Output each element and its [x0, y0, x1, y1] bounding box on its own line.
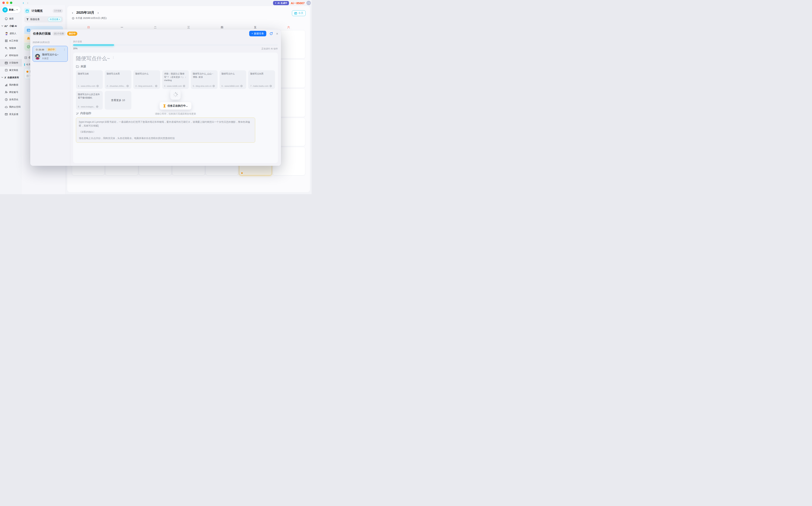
sidebar-group-whale-ai[interactable]: Ai 小鲸 AI	[0, 22, 22, 30]
sidebar-item-recommend[interactable]: 推荐	[0, 15, 22, 22]
topbar-right: Ai 生成中 Ai 85007 小S	[273, 1, 311, 5]
source-card[interactable]: 随便写点什么反正老外看不懂#跳楼机 8 - www.instagra...	[76, 91, 103, 110]
credits-badge[interactable]: Ai 85007	[291, 1, 305, 5]
progress-fill	[73, 44, 114, 46]
globe-icon	[96, 85, 99, 87]
back-icon[interactable]: ‹	[23, 1, 24, 5]
refresh-button[interactable]	[270, 32, 273, 35]
task-count-badge: 1个任务	[53, 9, 63, 13]
modal-title: 任务执行面板	[33, 32, 51, 35]
sidebar-item-plan-create[interactable]: 计划创作	[0, 59, 22, 67]
globe-icon	[155, 85, 157, 87]
weekday-thu: 四	[205, 26, 239, 29]
panel-title: 计划概览	[31, 9, 51, 13]
author-avatar	[34, 54, 41, 60]
sidebar-item-label: 我的数据	[9, 83, 18, 86]
task-time: 23:30	[39, 49, 44, 51]
progress-status: 正在进行 AI 创作	[261, 47, 278, 50]
new-create-button[interactable]: + 新建... ▾	[2, 6, 20, 13]
window-minimize-button[interactable]	[6, 2, 9, 4]
task-card-selected[interactable]: 23:30 执行中 ⋮ 随便写点什么~ 刘雅雯	[32, 46, 68, 62]
close-button[interactable]: ×	[276, 32, 278, 35]
ai-logo-text: Ai	[278, 2, 280, 4]
sidebar-item-label: 发布历史	[9, 98, 18, 101]
status-dot	[26, 71, 28, 73]
source-card[interactable]: 随便写点什么 6 - www.bilibili.com	[220, 70, 246, 89]
chevron-down-icon	[1, 25, 3, 27]
filter-label: 筛选任务	[30, 18, 46, 21]
source-card[interactable]: 求助：我该怎么“随便写”？（还有更多！）：r/writing 4 - www.r…	[162, 70, 189, 89]
weekday-header: 日 一 二 三 四 五 六	[72, 26, 305, 29]
sidebar-item-my-data[interactable]: 我的数据	[0, 81, 22, 89]
info-icon	[72, 17, 74, 19]
more-vertical-icon[interactable]: ⋮	[63, 48, 66, 51]
view-more-sources-button[interactable]: 查看更多 10	[105, 91, 132, 110]
clock-icon	[26, 75, 28, 77]
sidebar-item-agents[interactable]: 智能体	[0, 45, 22, 52]
clock-icon	[5, 98, 8, 101]
ai-sparkle-icon	[294, 2, 296, 4]
today-filter-select[interactable]: 今日任务 ▾	[48, 17, 62, 22]
recommend-icon	[5, 17, 8, 20]
more-vertical-icon[interactable]: ⋮	[112, 56, 115, 59]
content-line: 《深夜的独白》	[79, 130, 252, 134]
sidebar-group-label: 自媒体发布	[8, 76, 19, 79]
weekday-tue: 二	[139, 26, 172, 29]
app-window: ‹ › Ai 生成中 Ai 85007 小S + 新建... ▾	[0, 0, 312, 194]
sources-section-header: 来源	[76, 65, 275, 68]
sidebar-item-label: 智能体	[9, 47, 16, 50]
progress-percent: 20%	[73, 47, 77, 50]
sidebar-item-cloud-space[interactable]: 我的云空间	[0, 103, 22, 111]
task-time-pill: 23:30	[34, 48, 45, 51]
sidebar-item-instant-create[interactable]: 即时创作	[0, 52, 22, 59]
prev-month-icon[interactable]: ‹	[72, 11, 73, 14]
globe-icon	[183, 85, 185, 87]
content-line: [type:image,id:1,prompt:深夜书桌前，一盏温暖的台灯照亮了…	[79, 120, 252, 128]
sidebar-item-virtual-human[interactable]: 虚拟人	[0, 30, 22, 37]
source-card[interactable]: 随便写点什么_山山－博客- 新浪 5 - blog.sina.com.cn	[191, 70, 218, 89]
sidebar-item-hot-article[interactable]: 爆文制造	[0, 67, 22, 74]
plus-icon: +	[251, 32, 253, 35]
filter-value: 今日任务	[50, 18, 58, 21]
window-maximize-button[interactable]	[10, 2, 12, 4]
modal-header: 任务执行面板 共1个任务 执行中 + 新建任务 ×	[30, 29, 281, 38]
sidebar-item-label: 我的云空间	[9, 105, 21, 108]
weekday-sun: 日	[72, 26, 105, 29]
chevron-down-icon	[1, 77, 3, 78]
pen-sparkle-icon	[76, 112, 79, 115]
new-task-button[interactable]: + 新建任务	[249, 31, 266, 36]
calendar-icon	[294, 12, 297, 15]
month-nav: ‹ 2025年10月 ›	[72, 10, 305, 15]
source-card[interactable]: 随便写点啥 1 - www.zhihu.com	[76, 70, 103, 89]
sidebar-group-media-publish[interactable]: X 自媒体发布	[0, 74, 22, 81]
sidebar-item-publish-history[interactable]: 发布历史	[0, 96, 22, 103]
calendar-icon	[24, 8, 30, 14]
source-card[interactable]: 随便写点什么 3 - blog.wenxuecit...	[133, 70, 160, 89]
source-card[interactable]: 随便写点东西 7 - baike.baidu.com	[248, 70, 275, 89]
month-title: 2025年10月	[76, 10, 94, 15]
source-card[interactable]: 随便写点东西 2 - zhuanlan.zhihu...	[105, 70, 132, 89]
today-button[interactable]: 今天	[292, 10, 306, 16]
document-icon	[5, 69, 8, 72]
sidebar-item-feedback[interactable]: 意见反馈	[0, 111, 22, 118]
task-card-author: 刘雅雯	[42, 57, 58, 60]
weekday-fri: 五	[239, 26, 272, 29]
mail-icon	[5, 113, 8, 116]
user-avatar[interactable]: 小S	[306, 1, 311, 5]
next-month-icon[interactable]: ›	[97, 11, 99, 14]
task-count-badge: 共1个任务	[53, 31, 66, 36]
ai-generating-badge: Ai 生成中	[273, 1, 289, 5]
modal-body: 2025年10月31日 23:30 执行中 ⋮ 随便写点什么~	[30, 38, 281, 166]
primary-sidebar: + 新建... ▾ 推荐 Ai 小鲸 AI 虚拟人 AI工作室	[0, 5, 22, 194]
sidebar-item-ai-studio[interactable]: AI工作室	[0, 37, 22, 45]
folder-icon	[76, 65, 79, 68]
today-info: 今天是 2025年10月31日 (周五)	[72, 17, 305, 20]
task-execution-modal: 任务执行面板 共1个任务 执行中 + 新建任务 × 2025年10月31日	[30, 29, 281, 166]
sidebar-item-label: 绑定账号	[9, 91, 18, 94]
progress-bar	[73, 44, 278, 46]
sidebar-item-bind-account[interactable]: 绑定账号	[0, 89, 22, 96]
window-close-button[interactable]	[2, 2, 5, 4]
executing-toast-text: 任务正在执行中...	[167, 104, 188, 108]
x-social-icon: X	[4, 76, 6, 79]
sources-label: 来源	[80, 65, 86, 68]
